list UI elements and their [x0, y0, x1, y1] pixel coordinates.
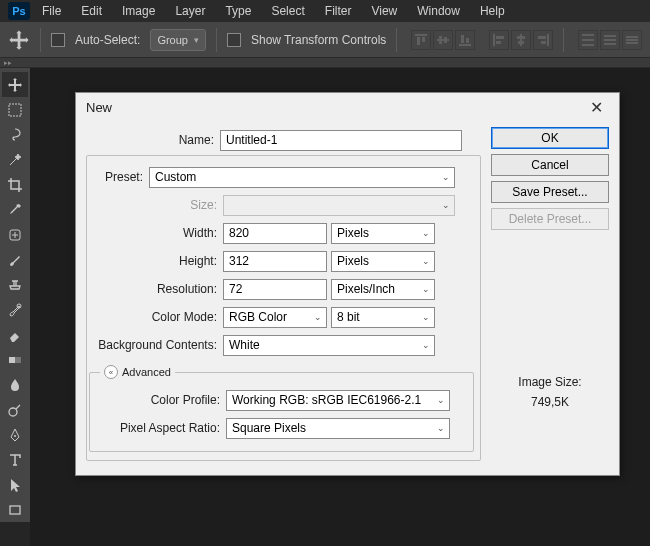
resolution-input[interactable] — [223, 279, 327, 300]
tool-brush[interactable] — [2, 247, 28, 272]
svg-rect-11 — [496, 41, 501, 44]
toolbox — [0, 68, 30, 522]
align-group-2 — [489, 30, 553, 50]
show-transform-checkbox[interactable] — [227, 33, 241, 47]
width-label: Width: — [89, 226, 223, 240]
menu-window[interactable]: Window — [409, 4, 468, 18]
svg-rect-20 — [582, 44, 594, 46]
svg-rect-34 — [10, 506, 20, 514]
size-label: Size: — [89, 198, 223, 212]
chevron-down-icon: ⌄ — [422, 312, 430, 322]
preset-label: Preset: — [89, 170, 149, 184]
color-mode-value: RGB Color — [229, 310, 287, 324]
align-hcenter-icon[interactable] — [511, 30, 531, 50]
separator — [216, 28, 217, 52]
image-size-value: 749,5K — [491, 395, 609, 409]
distribute-3-icon[interactable] — [622, 30, 642, 50]
tab-ribbon: ▸▸ — [0, 58, 650, 68]
bg-contents-value: White — [229, 338, 260, 352]
dialog-close-button[interactable]: ✕ — [584, 96, 609, 119]
distribute-2-icon[interactable] — [600, 30, 620, 50]
pixel-aspect-label: Pixel Aspect Ratio: — [92, 421, 226, 435]
name-label: Name: — [86, 133, 220, 147]
auto-select-checkbox[interactable] — [51, 33, 65, 47]
pixel-aspect-dropdown[interactable]: Square Pixels ⌄ — [226, 418, 450, 439]
tool-lasso[interactable] — [2, 122, 28, 147]
auto-select-label: Auto-Select: — [75, 33, 140, 47]
svg-rect-18 — [582, 34, 594, 36]
tool-path-selection[interactable] — [2, 472, 28, 497]
menu-edit[interactable]: Edit — [73, 4, 110, 18]
auto-select-type-dropdown[interactable]: Group ▾ — [150, 29, 206, 51]
tool-pen[interactable] — [2, 422, 28, 447]
save-preset-button[interactable]: Save Preset... — [491, 181, 609, 203]
svg-rect-3 — [437, 39, 449, 41]
resolution-unit-dropdown[interactable]: Pixels/Inch ⌄ — [331, 279, 435, 300]
color-mode-dropdown[interactable]: RGB Color ⌄ — [223, 307, 327, 328]
height-input[interactable] — [223, 251, 327, 272]
align-right-icon[interactable] — [533, 30, 553, 50]
chevron-down-icon: ⌄ — [437, 395, 445, 405]
color-profile-dropdown[interactable]: Working RGB: sRGB IEC61966-2.1 ⌄ — [226, 390, 450, 411]
bg-contents-dropdown[interactable]: White ⌄ — [223, 335, 435, 356]
pixel-aspect-value: Square Pixels — [232, 421, 306, 435]
tool-blur[interactable] — [2, 372, 28, 397]
svg-rect-25 — [626, 39, 638, 41]
tool-healing-brush[interactable] — [2, 222, 28, 247]
tool-eyedropper[interactable] — [2, 197, 28, 222]
svg-rect-8 — [466, 38, 469, 43]
menu-filter[interactable]: Filter — [317, 4, 360, 18]
chevron-down-icon: ⌄ — [422, 284, 430, 294]
menu-layer[interactable]: Layer — [167, 4, 213, 18]
menu-type[interactable]: Type — [217, 4, 259, 18]
tool-move[interactable] — [2, 72, 28, 97]
align-group-1 — [411, 30, 475, 50]
preset-fieldset: Preset: Custom ⌄ Size: ⌄ Width: — [86, 155, 481, 461]
preset-dropdown[interactable]: Custom ⌄ — [149, 167, 455, 188]
svg-rect-23 — [604, 43, 616, 45]
tool-crop[interactable] — [2, 172, 28, 197]
color-depth-value: 8 bit — [337, 310, 360, 324]
cancel-button[interactable]: Cancel — [491, 154, 609, 176]
tool-rectangle[interactable] — [2, 497, 28, 522]
tool-clone-stamp[interactable] — [2, 272, 28, 297]
ok-button[interactable]: OK — [491, 127, 609, 149]
show-transform-label: Show Transform Controls — [251, 33, 386, 47]
align-left-icon[interactable] — [489, 30, 509, 50]
align-top-icon[interactable] — [411, 30, 431, 50]
tool-type[interactable] — [2, 447, 28, 472]
new-document-dialog: New ✕ Name: Preset: Custom ⌄ Size: — [75, 92, 620, 476]
color-depth-dropdown[interactable]: 8 bit ⌄ — [331, 307, 435, 328]
menu-help[interactable]: Help — [472, 4, 513, 18]
svg-rect-4 — [439, 36, 442, 44]
tool-marquee[interactable] — [2, 97, 28, 122]
menu-view[interactable]: View — [363, 4, 405, 18]
svg-rect-5 — [444, 37, 447, 43]
tool-gradient[interactable] — [2, 347, 28, 372]
svg-rect-12 — [520, 34, 522, 46]
height-unit-dropdown[interactable]: Pixels ⌄ — [331, 251, 435, 272]
width-unit-dropdown[interactable]: Pixels ⌄ — [331, 223, 435, 244]
tool-dodge[interactable] — [2, 397, 28, 422]
image-size-label: Image Size: — [491, 375, 609, 389]
advanced-toggle[interactable]: « Advanced — [100, 365, 175, 379]
align-bottom-icon[interactable] — [455, 30, 475, 50]
distribute-group — [578, 30, 642, 50]
tool-history-brush[interactable] — [2, 297, 28, 322]
tool-indicator-move-icon — [8, 29, 30, 51]
tab-grip-icon: ▸▸ — [4, 59, 12, 67]
distribute-1-icon[interactable] — [578, 30, 598, 50]
preset-value: Custom — [155, 170, 196, 184]
menu-select[interactable]: Select — [263, 4, 312, 18]
svg-rect-22 — [604, 39, 616, 41]
menu-image[interactable]: Image — [114, 4, 163, 18]
height-unit-value: Pixels — [337, 254, 369, 268]
name-input[interactable] — [220, 130, 462, 151]
width-input[interactable] — [223, 223, 327, 244]
tool-magic-wand[interactable] — [2, 147, 28, 172]
tool-eraser[interactable] — [2, 322, 28, 347]
align-vcenter-icon[interactable] — [433, 30, 453, 50]
svg-rect-24 — [626, 36, 638, 38]
menu-file[interactable]: File — [34, 4, 69, 18]
svg-rect-13 — [517, 36, 525, 39]
